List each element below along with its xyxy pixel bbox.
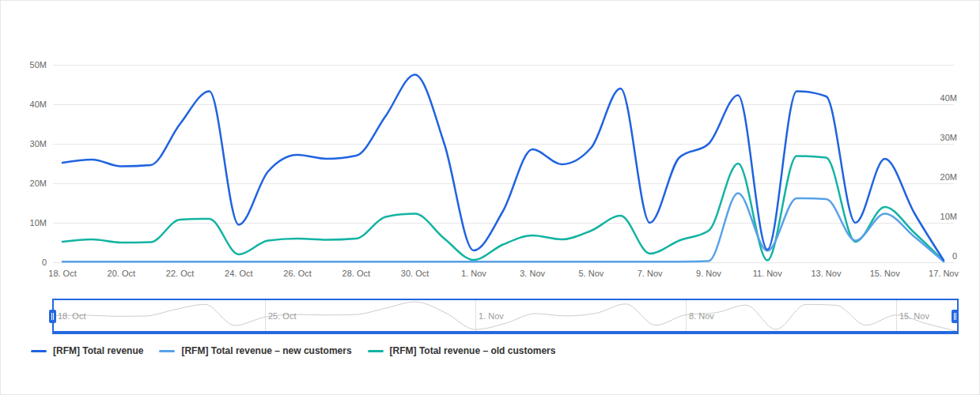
x-axis-tick-label: 17. Nov (921, 268, 966, 279)
y-axis-tick-label: 10M (919, 211, 957, 222)
x-axis-tick-label: 20. Oct (99, 268, 143, 279)
y-axis-tick-label: 20M (9, 178, 47, 189)
navigator-handle-left[interactable] (49, 310, 56, 323)
navigator-range-selector[interactable] (52, 299, 959, 334)
x-axis-tick-label: 13. Nov (804, 268, 848, 279)
y-axis-tick-label: 0 (9, 257, 47, 268)
y-axis-tick-label: 50M (9, 59, 47, 70)
x-axis-tick-label: 30. Oct (393, 268, 437, 279)
y-axis-tick-label: 30M (9, 138, 47, 149)
x-axis-tick-label: 18. Oct (40, 268, 85, 279)
navigator-tick-label: 8. Nov (689, 310, 714, 322)
legend-label: [RFM] Total revenue – new customers (181, 344, 351, 357)
navigator-tick-label: 1. Nov (479, 310, 504, 322)
legend-item[interactable]: [RFM] Total revenue – new customers (159, 344, 351, 357)
legend-label: [RFM] Total revenue – old customers (390, 344, 556, 357)
chart-legend: [RFM] Total revenue[RFM] Total revenue –… (31, 344, 571, 357)
y-axis-tick-label: 40M (919, 92, 957, 103)
x-axis-tick-label: 28. Oct (334, 268, 378, 279)
x-axis-tick-label: 7. Nov (628, 268, 672, 279)
x-axis-tick-label: 5. Nov (569, 268, 613, 279)
x-axis-tick-label: 15. Nov (863, 268, 907, 279)
revenue-line-chart[interactable] (1, 1, 980, 395)
x-axis-tick-label: 9. Nov (687, 268, 731, 279)
x-axis-tick-label: 3. Nov (510, 268, 554, 279)
y-axis-tick-label: 0 (919, 250, 957, 261)
x-axis-tick-label: 26. Oct (275, 268, 320, 279)
x-axis-tick-label: 11. Nov (745, 268, 789, 279)
x-axis-tick-label: 22. Oct (158, 268, 202, 279)
x-axis-tick-label: 24. Oct (217, 268, 261, 279)
legend-line-marker (368, 350, 384, 352)
legend-item[interactable]: [RFM] Total revenue (31, 344, 143, 357)
x-axis-tick-label: 1. Nov (452, 268, 496, 279)
legend-line-marker (159, 350, 175, 352)
y-axis-tick-label: 40M (9, 99, 47, 110)
y-axis-tick-label: 30M (919, 132, 957, 143)
navigator-tick-label: 15. Nov (899, 310, 929, 322)
legend-label: [RFM] Total revenue (53, 344, 143, 357)
navigator-tick-label: 18. Oct (58, 310, 85, 322)
revenue-chart-card: 010M20M30M40M50M 010M20M30M40M 18. Oct20… (0, 0, 980, 395)
legend-line-marker (31, 350, 47, 352)
navigator-handle-right[interactable] (952, 310, 959, 323)
legend-item[interactable]: [RFM] Total revenue – old customers (368, 344, 556, 357)
y-axis-tick-label: 20M (919, 171, 957, 182)
y-axis-tick-label: 10M (9, 217, 47, 228)
navigator-tick-label: 25. Oct (268, 310, 296, 322)
